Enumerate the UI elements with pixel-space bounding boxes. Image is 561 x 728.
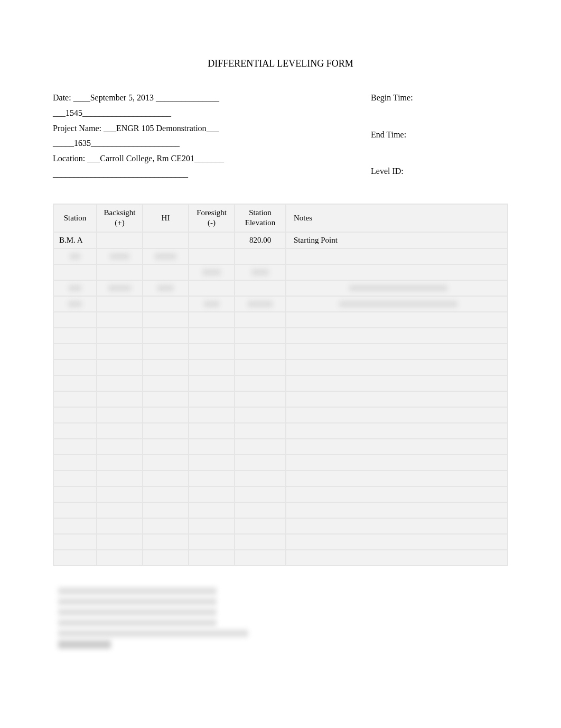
level-id-label: Level ID: [371, 164, 508, 179]
cell-foresight [189, 455, 234, 470]
leveling-table: Station Backsight (+) HI Foresight (-) S… [53, 204, 508, 566]
cell-notes [286, 360, 507, 375]
cell-station [54, 312, 96, 327]
header-backsight: Backsight (+) [97, 205, 142, 232]
cell-backsight [97, 392, 142, 407]
table-row [54, 439, 507, 454]
date-trail: _______________ [154, 93, 219, 102]
cell-backsight [97, 471, 142, 486]
table-header-row: Station Backsight (+) HI Foresight (-) S… [54, 205, 507, 232]
header-hi: HI [143, 205, 188, 232]
cell-station [54, 455, 96, 470]
project-line: Project Name: ___ENGR 105 Demonstration_… [53, 121, 371, 136]
cell-hi [143, 535, 188, 549]
cell-station [54, 328, 96, 343]
cell-foresight [189, 265, 234, 280]
footer-blur-line [58, 619, 217, 626]
cell-station [54, 519, 96, 533]
cell-foresight [189, 487, 234, 502]
cell-notes [286, 265, 507, 280]
cell-station [54, 376, 96, 391]
cell-backsight [97, 519, 142, 533]
table-row [54, 328, 507, 343]
cell-backsight [97, 281, 142, 296]
cell-elevation [235, 312, 285, 327]
footer-blur-line [58, 609, 217, 616]
cell-station: B.M. A [54, 233, 96, 248]
cell-elevation [235, 328, 285, 343]
table-row [54, 312, 507, 327]
cell-elevation [235, 455, 285, 470]
cell-hi [143, 487, 188, 502]
cell-hi [143, 455, 188, 470]
cell-foresight [189, 503, 234, 518]
cell-hi [143, 233, 188, 248]
project-trail: ___ [207, 124, 219, 133]
cell-hi [143, 439, 188, 454]
cell-foresight [189, 249, 234, 264]
cell-elevation [235, 281, 285, 296]
cell-foresight [189, 233, 234, 248]
cell-notes [286, 503, 507, 518]
cell-station [54, 392, 96, 407]
cell-backsight [97, 408, 142, 422]
spacer [371, 145, 508, 161]
date-label: Date: ____ [53, 93, 90, 102]
cell-elevation [235, 519, 285, 533]
date-line: Date: ____September 5, 2013 ____________… [53, 90, 371, 106]
header-left-column: Date: ____September 5, 2013 ____________… [53, 90, 371, 182]
project-value: ENGR 105 Demonstration [116, 124, 207, 133]
cell-backsight [97, 503, 142, 518]
cell-backsight [97, 455, 142, 470]
cell-foresight [189, 408, 234, 422]
cell-elevation: 820.00 [235, 233, 285, 248]
cell-foresight [189, 376, 234, 391]
cell-foresight [189, 519, 234, 533]
header-right-column: Begin Time: End Time: Level ID: [371, 90, 508, 182]
cell-notes [286, 471, 507, 486]
cell-backsight [97, 550, 142, 565]
cell-notes [286, 281, 507, 296]
cell-elevation [235, 392, 285, 407]
cell-station [54, 344, 96, 359]
cell-foresight [189, 360, 234, 375]
cell-notes [286, 328, 507, 343]
table-row [54, 519, 507, 533]
cell-station [54, 423, 96, 438]
cell-notes [286, 487, 507, 502]
cell-notes [286, 344, 507, 359]
cell-hi [143, 297, 188, 311]
footer-blur-line [58, 587, 217, 595]
footer-blur-line [58, 630, 248, 637]
cell-elevation [235, 423, 285, 438]
cell-backsight [97, 328, 142, 343]
cell-backsight [97, 297, 142, 311]
cell-elevation [235, 408, 285, 422]
cell-station [54, 408, 96, 422]
table-row [54, 344, 507, 359]
header-foresight: Foresight (-) [189, 205, 234, 232]
footer-area [53, 587, 508, 649]
cell-hi [143, 249, 188, 264]
table-row [54, 408, 507, 422]
begin-time-value-line: ___1545_____________________ [53, 106, 371, 121]
cell-backsight [97, 312, 142, 327]
cell-station [54, 249, 96, 264]
cell-notes [286, 376, 507, 391]
cell-elevation [235, 550, 285, 565]
location-trail: _______ [194, 154, 224, 163]
begin-time-label: Begin Time: [371, 90, 508, 106]
cell-backsight [97, 360, 142, 375]
level-id-value-line: ________________________________ [53, 167, 371, 182]
table-row [54, 503, 507, 518]
cell-notes: Starting Point [286, 233, 507, 248]
cell-hi [143, 344, 188, 359]
table-row [54, 392, 507, 407]
header-station: Station [54, 205, 96, 232]
footer-blur-label [58, 640, 111, 649]
cell-backsight [97, 344, 142, 359]
cell-foresight [189, 312, 234, 327]
table-row [54, 487, 507, 502]
footer-blur-line [58, 598, 217, 605]
cell-hi [143, 408, 188, 422]
